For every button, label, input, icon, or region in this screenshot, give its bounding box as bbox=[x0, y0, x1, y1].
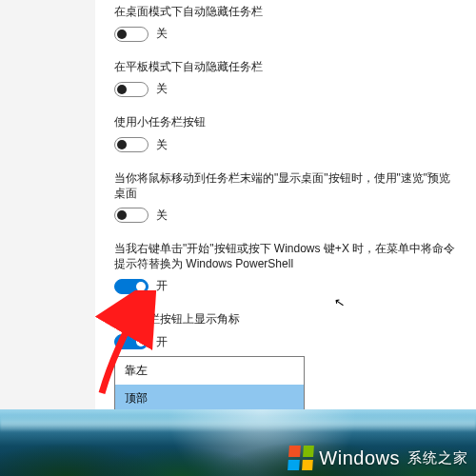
setting-tablet-autohide: 在平板模式下自动隐藏任务栏 关 bbox=[114, 59, 457, 97]
toggle-state-label: 开 bbox=[156, 334, 168, 350]
desktop-wallpaper: Windows 系统之家 bbox=[0, 409, 476, 476]
setting-label: 在任务栏按钮上显示角标 bbox=[114, 311, 457, 327]
toggle-show-badges[interactable] bbox=[114, 334, 149, 349]
taskbar-position-option-left[interactable]: 靠左 bbox=[115, 357, 304, 385]
toggle-state-label: 关 bbox=[156, 81, 168, 97]
toggle-peek-desktop[interactable] bbox=[114, 208, 149, 223]
setting-label: 当你将鼠标移动到任务栏末端的"显示桌面"按钮时，使用"速览"预览桌面 bbox=[114, 170, 457, 201]
toggle-state-label: 关 bbox=[156, 137, 168, 153]
setting-label: 在平板模式下自动隐藏任务栏 bbox=[114, 59, 457, 74]
setting-powershell-replace: 当我右键单击"开始"按钮或按下 Windows 键+X 时，在菜单中将命令提示符… bbox=[114, 241, 457, 294]
setting-label: 当我右键单击"开始"按钮或按下 Windows 键+X 时，在菜单中将命令提示符… bbox=[114, 241, 457, 271]
setting-peek-desktop: 当你将鼠标移动到任务栏末端的"显示桌面"按钮时，使用"速览"预览桌面 关 bbox=[114, 170, 457, 224]
brand-suffix: 系统之家 bbox=[407, 449, 468, 467]
toggle-state-label: 开 bbox=[156, 278, 168, 294]
taskbar-position-option-top[interactable]: 顶部 bbox=[115, 385, 304, 412]
setting-label: 使用小任务栏按钮 bbox=[114, 114, 457, 129]
toggle-state-label: 关 bbox=[156, 26, 168, 42]
setting-small-buttons: 使用小任务栏按钮 关 bbox=[114, 114, 457, 152]
watermark-brand: Windows 系统之家 bbox=[288, 446, 468, 470]
setting-label: 在桌面模式下自动隐藏任务栏 bbox=[114, 4, 457, 19]
setting-desktop-autohide: 在桌面模式下自动隐藏任务栏 关 bbox=[114, 4, 457, 42]
toggle-small-buttons[interactable] bbox=[114, 137, 149, 152]
windows-logo-icon bbox=[288, 446, 314, 470]
taskbar-settings-panel: 在桌面模式下自动隐藏任务栏 关 在平板模式下自动隐藏任务栏 关 使用小任务栏按钮… bbox=[114, 0, 457, 476]
toggle-desktop-autohide[interactable] bbox=[114, 27, 149, 42]
toggle-state-label: 关 bbox=[156, 208, 168, 224]
settings-left-rail bbox=[0, 0, 95, 409]
setting-show-badges: 在任务栏按钮上显示角标 开 bbox=[114, 311, 457, 349]
brand-name: Windows bbox=[319, 447, 400, 469]
toggle-powershell-replace[interactable] bbox=[114, 279, 149, 294]
toggle-tablet-autohide[interactable] bbox=[114, 82, 149, 97]
